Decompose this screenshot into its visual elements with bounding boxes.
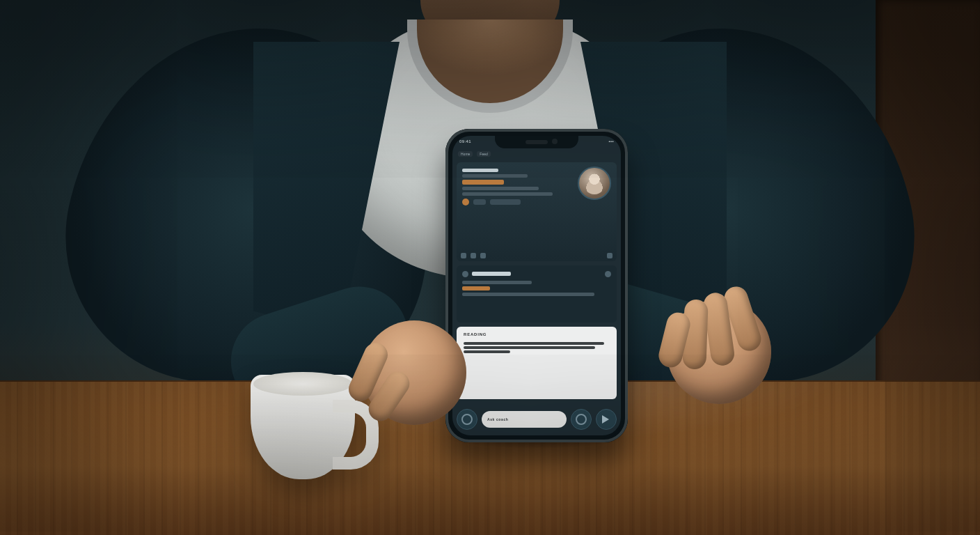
phone-notch	[495, 136, 578, 148]
profile-card[interactable]	[457, 162, 617, 261]
profile-avatar[interactable]	[578, 166, 611, 200]
tab-home[interactable]: Home	[458, 151, 473, 157]
card-line	[462, 192, 553, 196]
panel-text	[464, 350, 510, 353]
panel-text	[464, 342, 604, 345]
voice-button[interactable]	[571, 409, 592, 430]
smartphone: 09:41 ••• Home Feed	[445, 129, 628, 442]
card-subtitle	[462, 174, 528, 178]
section-label	[472, 272, 511, 276]
phone-screen[interactable]: 09:41 ••• Home Feed	[452, 136, 621, 435]
attachment-button[interactable]	[457, 409, 477, 430]
section-line	[462, 293, 594, 296]
card-line	[462, 187, 539, 190]
card-meta-row	[462, 199, 575, 206]
section-line	[462, 281, 532, 284]
like-icon[interactable]	[461, 253, 466, 258]
card-title	[462, 169, 498, 172]
tab-feed[interactable]: Feed	[477, 151, 490, 157]
message-input[interactable]: Ask coach	[482, 411, 567, 428]
status-time: 09:41	[459, 139, 471, 145]
reader-panel[interactable]: READING	[457, 327, 617, 399]
panel-heading: READING	[464, 332, 610, 338]
meta-chip	[473, 199, 486, 205]
coffee-cup	[251, 375, 355, 479]
bottom-toolbar: Ask coach	[457, 408, 617, 431]
user-icon	[462, 199, 469, 206]
send-button[interactable]	[596, 409, 617, 430]
status-indicators: •••	[608, 139, 614, 145]
avatar-icon	[462, 271, 468, 277]
card-tag	[462, 180, 504, 185]
bookmark-icon[interactable]	[607, 253, 612, 258]
hand-left	[362, 320, 466, 425]
section-badge	[462, 286, 490, 290]
comment-icon[interactable]	[471, 253, 476, 258]
more-icon[interactable]	[605, 271, 611, 277]
hand-right	[667, 300, 771, 404]
secondary-card[interactable]	[457, 265, 617, 323]
photo-scene: 09:41 ••• Home Feed	[0, 0, 980, 535]
share-icon[interactable]	[480, 253, 486, 258]
top-tabs[interactable]: Home Feed	[452, 148, 621, 160]
panel-text	[464, 346, 595, 349]
meta-chip	[490, 199, 521, 205]
